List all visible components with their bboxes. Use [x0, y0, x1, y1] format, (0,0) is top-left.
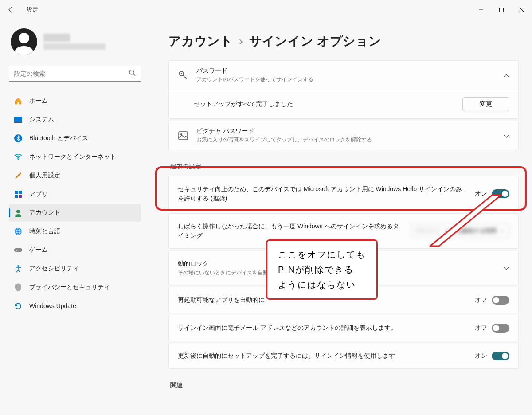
nav-label: ホーム: [29, 97, 48, 105]
picture-password-card[interactable]: ピクチャ パスワード お気に入りの写真をスワイプしてタップし、デバイスのロックを…: [168, 121, 519, 150]
svg-rect-23: [179, 132, 188, 140]
nav-label: 個人用設定: [29, 172, 60, 180]
svg-point-14: [15, 228, 22, 235]
restart-apps-toggle[interactable]: [492, 296, 509, 305]
nav-network[interactable]: ネットワークとインターネット: [9, 148, 141, 166]
svg-line-4: [133, 74, 135, 76]
hello-signin-text: セキュリティ向上のため、このデバイスでは Microsoft アカウント用に W…: [178, 184, 468, 203]
avatar: [11, 28, 37, 55]
email-display-toggle[interactable]: [492, 324, 509, 333]
search-input[interactable]: [9, 66, 141, 82]
svg-point-19: [20, 250, 20, 251]
idle-signin-text: しばらく操作しなかった場合に、もう一度 Windows へのサインインを求めるタ…: [178, 222, 404, 240]
nav-system[interactable]: システム: [9, 111, 141, 129]
gamepad-icon: [14, 246, 22, 254]
home-icon: [14, 97, 22, 105]
nav-label: 時刻と言語: [29, 227, 60, 235]
svg-rect-5: [14, 117, 22, 122]
toggle-state-label: オン: [475, 352, 487, 360]
annotation-line3: ようにはならない: [278, 277, 366, 292]
back-button[interactable]: [5, 4, 16, 15]
password-header[interactable]: パスワード アカウントのパスワードを使ってサインインする: [169, 61, 518, 90]
picture-title: ピクチャ パスワード: [196, 127, 495, 135]
window-title: 設定: [27, 6, 38, 14]
auto-setup-toggle[interactable]: [492, 352, 509, 360]
nav-bluetooth[interactable]: Bluetooth とデバイス: [9, 129, 141, 147]
system-icon: [14, 116, 22, 124]
email-display-setting: サインイン画面に電子メール アドレスなどのアカウントの詳細を表示します。 オフ: [168, 315, 519, 341]
svg-point-22: [181, 73, 182, 74]
toggle-state-label: オフ: [475, 296, 487, 304]
picture-subtitle: お気に入りの写真をスワイプしてタップし、デバイスのロックを解除する: [196, 136, 495, 144]
svg-rect-6: [14, 122, 22, 123]
svg-point-3: [129, 70, 134, 74]
svg-rect-12: [19, 195, 22, 198]
breadcrumb-current: サインイン オプション: [249, 34, 381, 48]
bluetooth-icon: [14, 134, 22, 142]
nav-privacy[interactable]: プライバシーとセキュリティ: [9, 278, 141, 296]
chevron-down-icon: [503, 132, 509, 140]
password-title: パスワード: [196, 67, 495, 75]
accessibility-icon: [14, 265, 22, 273]
minimize-button[interactable]: [471, 3, 491, 17]
globe-icon: [14, 227, 22, 235]
sidebar: ホーム システム Bluetooth とデバイス ネットワークとインターネット …: [0, 20, 146, 415]
nav-label: システム: [29, 116, 54, 124]
change-button[interactable]: 変更: [462, 97, 509, 111]
breadcrumb-separator: ›: [239, 34, 243, 48]
nav-accounts[interactable]: アカウント: [9, 204, 141, 222]
nav-personalization[interactable]: 個人用設定: [9, 167, 141, 184]
nav-label: ネットワークとインターネット: [29, 153, 116, 161]
password-status: セットアップがすべて完了しました: [194, 100, 293, 108]
nav-time-language[interactable]: 時刻と言語: [9, 223, 141, 240]
auto-setup-text: 更新後に自動的にセットアップを完了するには、サインイン情報を使用します: [178, 351, 468, 360]
toggle-state-label: オフ: [475, 324, 487, 332]
apps-icon: [14, 190, 22, 198]
profile[interactable]: [9, 28, 141, 55]
breadcrumb: アカウント › サインイン オプション: [168, 33, 519, 50]
maximize-button[interactable]: [491, 3, 512, 17]
search-icon: [129, 69, 136, 78]
nav-label: アプリ: [29, 190, 48, 198]
brush-icon: [14, 172, 22, 180]
nav: ホーム システム Bluetooth とデバイス ネットワークとインターネット …: [9, 92, 141, 315]
annotation-tail: [426, 186, 505, 248]
svg-point-8: [18, 159, 19, 160]
related-heading: 関連: [170, 381, 519, 389]
nav-accessibility[interactable]: アクセシビリティ: [9, 260, 141, 278]
key-icon: [178, 70, 188, 80]
breadcrumb-parent[interactable]: アカウント: [168, 34, 233, 48]
nav-label: Windows Update: [29, 302, 76, 309]
chevron-up-icon: [503, 71, 509, 79]
nav-label: アカウント: [29, 209, 60, 217]
user-email-redacted: [43, 43, 106, 50]
svg-rect-11: [15, 195, 18, 198]
svg-point-20: [17, 265, 19, 267]
picture-icon: [178, 131, 188, 140]
wifi-icon: [14, 153, 22, 161]
titlebar: 設定: [0, 0, 532, 20]
svg-rect-1: [500, 8, 504, 12]
nav-label: ゲーム: [29, 246, 48, 254]
search-container: [9, 66, 141, 82]
nav-label: Bluetooth とデバイス: [29, 134, 88, 142]
additional-settings-heading: 追加の設定: [170, 163, 519, 171]
person-icon: [14, 209, 22, 217]
password-card: パスワード アカウントのパスワードを使ってサインインする セットアップがすべて完…: [168, 60, 519, 119]
nav-apps[interactable]: アプリ: [9, 185, 141, 203]
annotation-line1: ここをオフにしても: [278, 247, 366, 262]
update-icon: [14, 302, 22, 310]
svg-point-2: [19, 33, 29, 43]
auto-setup-setting: 更新後に自動的にセットアップを完了するには、サインイン情報を使用します オン: [168, 343, 519, 369]
close-button[interactable]: [512, 3, 532, 17]
annotation-line2: PINが削除できる: [278, 262, 366, 277]
nav-gaming[interactable]: ゲーム: [9, 241, 141, 259]
nav-home[interactable]: ホーム: [9, 92, 141, 110]
svg-point-18: [16, 250, 17, 251]
nav-windows-update[interactable]: Windows Update: [9, 297, 141, 315]
svg-rect-10: [19, 191, 22, 194]
svg-rect-17: [14, 248, 22, 252]
svg-point-24: [180, 133, 182, 135]
password-subtitle: アカウントのパスワードを使ってサインインする: [196, 76, 495, 83]
shield-icon: [14, 283, 22, 291]
